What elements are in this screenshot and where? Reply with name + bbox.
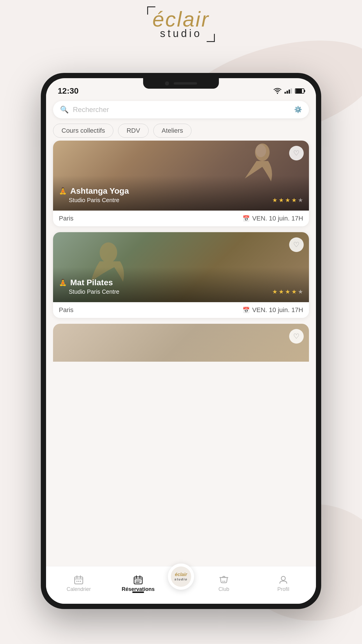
svg-rect-12	[134, 577, 142, 584]
svg-point-3	[256, 144, 266, 157]
card-overlay-pilates: 🧘 Mat Pilates Studio Paris Centre ★ ★ ★ …	[59, 278, 303, 298]
phone-camera	[165, 81, 169, 85]
card-footer-pilates: Paris 📅 VEN. 10 juin. 17H	[53, 302, 309, 318]
class-card-third-partial[interactable]: ♡	[53, 324, 309, 362]
svg-point-11	[80, 581, 81, 582]
active-indicator	[132, 592, 144, 592]
status-time: 12:30	[58, 86, 79, 96]
studio-name-pilates: Studio Paris Centre	[69, 288, 303, 295]
yoga-class-icon: 🧘	[59, 187, 67, 195]
search-bar[interactable]: 🔍 Rechercher ⚙️	[53, 101, 309, 118]
heart-button-pilates[interactable]: ♡	[289, 237, 304, 252]
yoga-figure-svg	[227, 141, 286, 193]
svg-point-1	[277, 93, 278, 94]
logo-eclair-text: éclair	[152, 9, 210, 30]
nav-center-text: éclair studio	[175, 572, 188, 582]
nav-label-calendrier: Calendrier	[66, 586, 91, 592]
filter-tab-cours[interactable]: Cours collectifs	[53, 124, 113, 138]
card-footer-yoga: Paris 📅 VEN. 10 juin. 17H	[53, 211, 309, 226]
heart-button-yoga[interactable]: ♡	[289, 146, 304, 160]
nav-item-profil[interactable]: Profil	[254, 575, 313, 592]
stars-yoga: ★ ★ ★ ★ ★	[272, 197, 303, 204]
class-name-yoga: 🧘 Ashtanga Yoga	[59, 186, 303, 196]
class-card-yoga[interactable]: ♡ 🧘 Ashtanga Yoga Studio Paris Centre ★ …	[53, 141, 309, 226]
nav-label-profil: Profil	[277, 586, 289, 592]
pilates-class-icon: 🧘	[59, 279, 67, 286]
wifi-icon	[273, 88, 282, 94]
svg-point-9	[76, 581, 78, 582]
reservations-nav-icon	[133, 575, 143, 584]
third-card-image: ♡	[53, 324, 309, 362]
content-scroll: ♡ 🧘 Ashtanga Yoga Studio Paris Centre ★ …	[46, 141, 316, 566]
filter-tabs: Cours collectifs RDV Ateliers	[46, 121, 316, 141]
date-yoga: 📅 VEN. 10 juin. 17H	[242, 215, 303, 222]
logo-bracket-tl	[147, 6, 155, 15]
nav-center-button[interactable]: éclair studio	[168, 564, 194, 590]
profil-nav-icon	[279, 575, 288, 584]
svg-point-10	[78, 581, 79, 582]
phone-speaker	[174, 82, 197, 85]
status-icons	[273, 88, 304, 94]
class-card-pilates[interactable]: ♡ 🧘 Mat Pilates Studio Paris Centre ★ ★ …	[53, 232, 309, 318]
calendar-icon-yoga: 📅	[242, 215, 250, 222]
search-placeholder: Rechercher	[73, 106, 290, 114]
card-overlay-yoga: 🧘 Ashtanga Yoga Studio Paris Centre ★ ★ …	[59, 186, 303, 206]
calendar-icon-pilates: 📅	[242, 307, 250, 314]
card-image-pilates: ♡ 🧘 Mat Pilates Studio Paris Centre ★ ★ …	[53, 232, 309, 302]
svg-rect-5	[75, 577, 83, 584]
filter-tab-rdv[interactable]: RDV	[118, 124, 148, 138]
bottom-nav: Calendrier Réservations	[46, 566, 316, 604]
signal-icon	[284, 88, 292, 94]
filter-icon[interactable]: ⚙️	[294, 106, 302, 113]
svg-point-4	[100, 242, 117, 263]
search-area: 🔍 Rechercher ⚙️	[46, 98, 316, 121]
logo-bracket-br	[207, 34, 215, 42]
studio-name-yoga: Studio Paris Centre	[69, 197, 303, 204]
svg-point-19	[224, 581, 225, 582]
battery-icon	[295, 88, 304, 94]
heart-button-third[interactable]: ♡	[289, 329, 304, 344]
filter-tab-ateliers[interactable]: Ateliers	[153, 124, 191, 138]
app-logo-area: éclair studio	[0, 9, 362, 40]
phone-screen: 12:30	[46, 78, 316, 604]
calendar-nav-icon	[74, 575, 83, 584]
stars-pilates: ★ ★ ★ ★ ★	[272, 288, 303, 295]
nav-item-club[interactable]: Club	[194, 575, 254, 592]
nav-center-logo: éclair studio	[171, 566, 191, 587]
svg-point-18	[222, 581, 224, 582]
nav-item-calendrier[interactable]: Calendrier	[49, 575, 108, 592]
nav-item-reservations[interactable]: Réservations	[108, 575, 168, 592]
phone-frame: 12:30	[41, 73, 321, 609]
logo-container: éclair studio	[152, 9, 210, 40]
date-pilates: 📅 VEN. 10 juin. 17H	[242, 306, 303, 314]
phone-notch	[143, 78, 219, 89]
card-image-yoga: ♡ 🧘 Ashtanga Yoga Studio Paris Centre ★ …	[53, 141, 309, 211]
club-nav-icon	[219, 575, 229, 584]
logo-studio-text: studio	[160, 27, 202, 40]
location-yoga: Paris	[59, 215, 73, 222]
svg-point-20	[281, 576, 285, 580]
search-icon: 🔍	[60, 106, 69, 114]
nav-label-club: Club	[218, 586, 229, 592]
class-name-pilates: 🧘 Mat Pilates	[59, 278, 303, 287]
location-pilates: Paris	[59, 306, 73, 314]
